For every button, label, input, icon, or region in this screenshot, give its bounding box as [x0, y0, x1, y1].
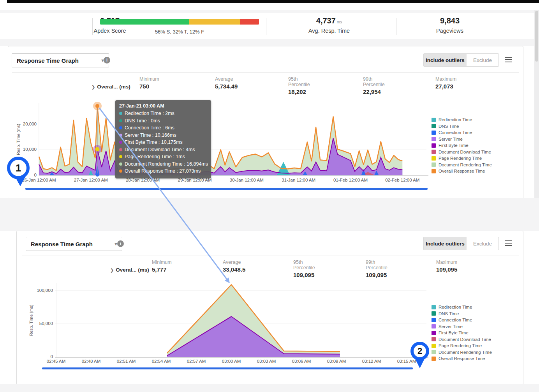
panel-divider	[22, 256, 519, 256]
tooltip-row: Connection Time : 6ms	[119, 124, 207, 132]
x-tick-label: 02:45 AM	[47, 359, 66, 364]
hamburger-menu-icon[interactable]	[505, 55, 512, 64]
tooltip-series-dot	[119, 112, 122, 115]
legend-item[interactable]: Document Download Time	[432, 336, 492, 343]
series-label-2[interactable]: ❯Overal... (ms)	[110, 267, 149, 273]
chart-type-dropdown-label: Response Time Graph	[17, 57, 79, 64]
legend-item[interactable]: DNS Time	[432, 123, 492, 130]
legend-swatch	[432, 305, 436, 309]
tooltip-row: Server Time : 10,166ms	[119, 132, 207, 139]
avg-resp-label: Avg. Resp. Time	[300, 28, 358, 34]
avg-resp-unit: ms	[337, 20, 342, 24]
hamburger-menu-icon[interactable]	[505, 239, 512, 247]
legend-item[interactable]: Server Time	[432, 323, 492, 330]
legend-swatch	[432, 118, 436, 122]
pin-pointer	[415, 359, 425, 368]
tooltip-series-dot	[119, 170, 122, 173]
chart-tooltip: 27-Jan-21 03:00 AM Redirection Time : 2m…	[115, 100, 211, 178]
x-tick-label: 03:09 AM	[327, 359, 346, 364]
legend-item[interactable]: Overall Response Time	[432, 355, 492, 362]
avg-resp-time: 4,737ms Avg. Resp. Time	[300, 16, 358, 34]
series-label-1[interactable]: ❯Overal... (ms)	[92, 84, 130, 90]
x-tick-label: 03:03 AM	[257, 359, 276, 364]
exclude-outliers-button[interactable]: Exclude	[467, 54, 498, 66]
tooltip-series-dot	[119, 141, 122, 144]
legend-item[interactable]: First Byte Time	[432, 330, 492, 336]
stat-maximum: Maximum27,073	[435, 76, 456, 90]
x-tick-label: 30-Jan 12:00 AM	[230, 178, 264, 182]
panel-divider	[12, 72, 519, 73]
legend-swatch	[432, 131, 436, 135]
y-tick-label: 10,000	[12, 147, 37, 152]
scrollbar-thumb[interactable]	[535, 11, 538, 62]
stat-minimum: Minimum750	[139, 76, 159, 90]
legend-item[interactable]: Document Rendering Time	[432, 162, 492, 168]
x-tick-label: 31-Jan 12:00 AM	[282, 178, 315, 182]
chart-type-dropdown-2[interactable]: Response Time Graph ▼	[26, 237, 122, 251]
pin-number: 2	[410, 342, 429, 360]
tooltip-series-dot	[119, 155, 122, 158]
tooltip-row: DNS Time : 0ms	[119, 117, 207, 125]
x-tick-label: 02-Feb 12:00 AM	[385, 178, 419, 182]
x-axis-highlight-1	[25, 188, 428, 190]
exclude-outliers-button[interactable]: Exclude	[467, 237, 498, 250]
legend-item[interactable]: Redirection Time	[432, 117, 492, 123]
y-tick-label: 0	[29, 354, 53, 359]
apdex-segment-frustrated	[240, 19, 259, 25]
legend-item[interactable]: Document Download Time	[432, 149, 492, 155]
legend-item[interactable]: Connection Time	[432, 129, 492, 136]
chart-type-dropdown-label: Response Time Graph	[31, 241, 93, 247]
stat-99th-percentile: 99th Percentile109,095	[366, 260, 388, 278]
stat-99th-percentile: 99th Percentile22,954	[363, 76, 385, 95]
y-tick-label: 100,000	[29, 288, 53, 293]
tooltip-series-dot	[119, 162, 122, 166]
x-tick-label: 02:57 AM	[187, 359, 206, 364]
y-axis-label-2: Resp. Time (ms)	[29, 299, 33, 342]
tooltip-row: First Byte Time : 10,175ms	[119, 139, 207, 146]
include-outliers-button[interactable]: Include outliers	[424, 237, 467, 250]
legend-item[interactable]: Overall Response Time	[432, 168, 492, 175]
chevron-right-icon: ❯	[92, 85, 95, 89]
legend-swatch	[432, 331, 436, 335]
annotation-pin-1[interactable]: 1	[7, 157, 30, 179]
legend-item[interactable]: DNS Time	[432, 311, 492, 317]
legend-item[interactable]: Document Rendering Time	[432, 349, 492, 356]
stat-minimum: Minimum5,777	[152, 260, 172, 273]
x-tick-label: 02:54 AM	[152, 359, 171, 364]
legend-item[interactable]: Redirection Time	[432, 304, 492, 311]
info-icon[interactable]: i	[117, 240, 124, 247]
tooltip-row: Redirection Time : 2ms	[119, 110, 207, 117]
x-axis-highlight-2	[42, 367, 413, 369]
chart-legend-2: Redirection TimeDNS TimeConnection TimeS…	[432, 304, 492, 362]
tooltip-series-dot	[119, 148, 122, 151]
apdex-segment-satisfied	[100, 19, 189, 25]
apdex-segment-tolerating	[189, 19, 240, 25]
pageviews-value: 9,843	[423, 16, 477, 25]
stat-95th-percentile: 95th Percentile109,095	[293, 260, 315, 278]
tooltip-series-dot	[119, 134, 122, 137]
chart-type-dropdown-1[interactable]: Response Time Graph ▼	[12, 53, 109, 67]
legend-swatch	[432, 344, 436, 348]
legend-item[interactable]: First Byte Time	[432, 142, 492, 149]
legend-item[interactable]: Connection Time	[432, 317, 492, 323]
legend-item[interactable]: Server Time	[432, 136, 492, 143]
include-outliers-button[interactable]: Include outliers	[424, 54, 467, 66]
apdex-distribution-bar	[100, 19, 259, 25]
bottom-gap	[0, 384, 539, 392]
stat-average: Average5,734.49	[215, 76, 238, 90]
legend-swatch	[432, 137, 436, 141]
tooltip-row: Overall Response Time : 27,073ms	[119, 168, 207, 175]
legend-item[interactable]: Page Rendering Time	[432, 155, 492, 162]
section-gap	[0, 198, 539, 231]
legend-swatch	[432, 124, 436, 128]
pin-pointer	[15, 176, 26, 186]
x-tick-label: 02:51 AM	[117, 359, 136, 364]
legend-item[interactable]: Page Rendering Time	[432, 343, 492, 349]
annotation-pin-2[interactable]: 2	[410, 342, 429, 360]
tooltip-row: Document Rendering Time : 16,894ms	[119, 161, 207, 168]
x-tick-label: 27-Jan 12:00 AM	[74, 178, 108, 182]
x-tick-label: 03:06 AM	[292, 359, 311, 364]
tooltip-series-dot	[119, 119, 122, 122]
apdex-distribution-label: 56% S, 32% T, 12% F	[100, 29, 259, 35]
info-icon[interactable]: i	[104, 57, 110, 64]
